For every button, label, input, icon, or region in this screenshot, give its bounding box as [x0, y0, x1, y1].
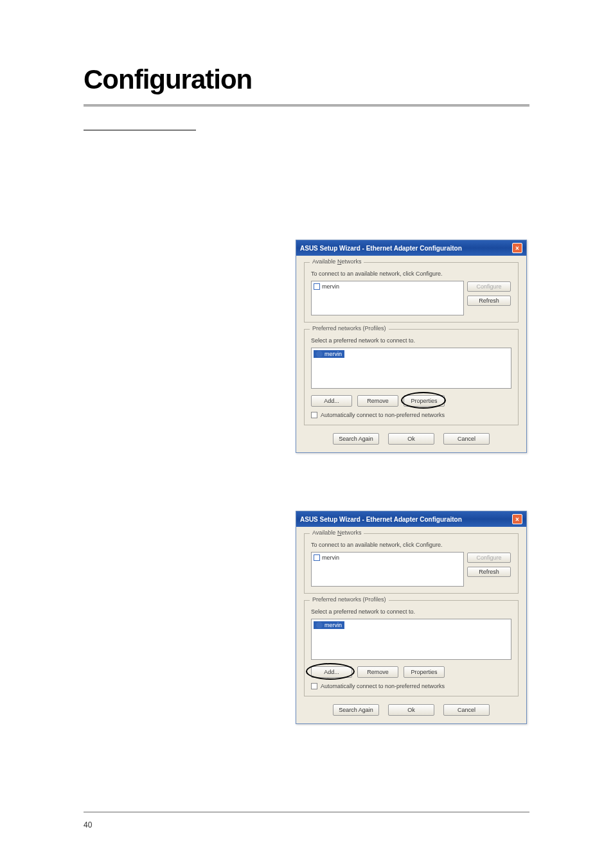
ok-button[interactable]: Ok — [388, 704, 434, 716]
preferred-networks-group: Preferred networks (Profiles) Select a p… — [304, 329, 519, 425]
network-name: mervin — [324, 622, 342, 628]
network-name: mervin — [324, 351, 342, 357]
screenshot-1: ASUS Setup Wizard - Ethernet Adapter Con… — [296, 240, 529, 453]
page-number: 40 — [84, 820, 92, 829]
preferred-desc: Select a preferred network to connect to… — [311, 608, 511, 615]
preferred-networks-list[interactable]: mervin — [311, 619, 511, 660]
add-button[interactable]: Add... — [311, 666, 352, 678]
screenshot-2: ASUS Setup Wizard - Ethernet Adapter Con… — [296, 511, 529, 724]
configure-button[interactable]: Configure — [467, 281, 511, 292]
preferred-networks-label: Preferred networks (Profiles) — [310, 596, 389, 603]
cancel-button[interactable]: Cancel — [443, 704, 490, 716]
available-networks-list[interactable]: mervin Configure Refresh — [311, 552, 464, 587]
network-name: mervin — [322, 283, 339, 290]
close-icon[interactable]: × — [512, 243, 522, 253]
network-icon — [314, 554, 320, 561]
available-networks-label: Available Networks — [310, 529, 364, 536]
network-name: mervin — [322, 554, 339, 561]
available-networks-group: Available Networks To connect to an avai… — [304, 533, 519, 594]
properties-button[interactable]: Properties — [404, 666, 445, 678]
available-networks-list[interactable]: mervin Configure Refresh — [311, 281, 464, 315]
search-again-button[interactable]: Search Again — [333, 704, 379, 716]
refresh-button[interactable]: Refresh — [467, 296, 511, 306]
available-networks-label: Available Networks — [310, 258, 364, 265]
network-icon — [316, 351, 323, 357]
available-desc: To connect to an available network, clic… — [311, 270, 511, 277]
preferred-networks-group: Preferred networks (Profiles) Select a p… — [304, 600, 519, 696]
window-title: ASUS Setup Wizard - Ethernet Adapter Con… — [300, 245, 462, 252]
search-again-button[interactable]: Search Again — [333, 433, 379, 445]
footer-divider — [84, 811, 529, 813]
remove-button[interactable]: Remove — [357, 666, 398, 678]
available-desc: To connect to an available network, clic… — [311, 542, 511, 548]
auto-connect-checkbox[interactable] — [311, 412, 317, 418]
configure-button[interactable]: Configure — [467, 553, 511, 563]
window-titlebar: ASUS Setup Wizard - Ethernet Adapter Con… — [296, 511, 526, 527]
list-item[interactable]: mervin — [314, 621, 344, 629]
preferred-networks-label: Preferred networks (Profiles) — [310, 325, 389, 332]
page-heading: Configuration — [84, 64, 529, 95]
ok-button[interactable]: Ok — [388, 433, 434, 445]
window-title: ASUS Setup Wizard - Ethernet Adapter Con… — [300, 516, 462, 523]
network-icon — [316, 622, 323, 628]
auto-connect-label: Automatically connect to non-preferred n… — [321, 683, 445, 689]
preferred-networks-list[interactable]: mervin — [311, 348, 511, 389]
auto-connect-checkbox[interactable] — [311, 683, 317, 689]
cancel-button[interactable]: Cancel — [443, 433, 490, 445]
list-item[interactable]: mervin — [314, 554, 461, 561]
window-titlebar: ASUS Setup Wizard - Ethernet Adapter Con… — [296, 240, 526, 256]
list-item[interactable]: mervin — [314, 283, 461, 290]
available-networks-group: Available Networks To connect to an avai… — [304, 262, 519, 323]
list-item[interactable]: mervin — [314, 350, 344, 358]
auto-connect-row[interactable]: Automatically connect to non-preferred n… — [311, 412, 511, 418]
wizard-window: ASUS Setup Wizard - Ethernet Adapter Con… — [296, 240, 527, 453]
wizard-window: ASUS Setup Wizard - Ethernet Adapter Con… — [296, 511, 527, 724]
network-icon — [314, 283, 320, 290]
auto-connect-row[interactable]: Automatically connect to non-preferred n… — [311, 683, 511, 689]
refresh-button[interactable]: Refresh — [467, 567, 511, 577]
auto-connect-label: Automatically connect to non-preferred n… — [321, 412, 445, 418]
heading-divider — [84, 104, 529, 107]
subtitle-underline — [84, 130, 196, 130]
close-icon[interactable]: × — [512, 514, 522, 524]
remove-button[interactable]: Remove — [357, 395, 398, 407]
properties-button[interactable]: Properties — [404, 395, 445, 407]
preferred-desc: Select a preferred network to connect to… — [311, 337, 511, 344]
add-button[interactable]: Add... — [311, 395, 352, 407]
